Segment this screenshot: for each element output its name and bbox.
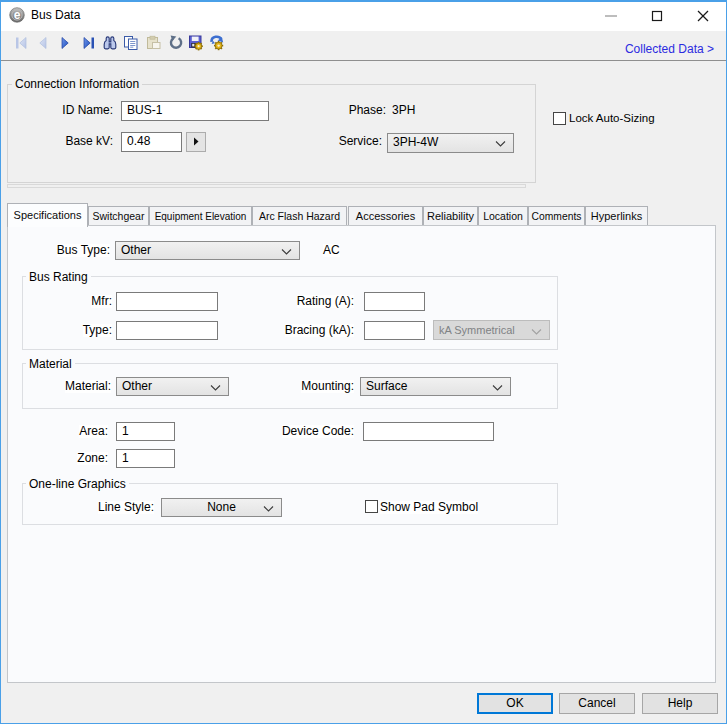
svg-text:e: e (14, 8, 21, 22)
